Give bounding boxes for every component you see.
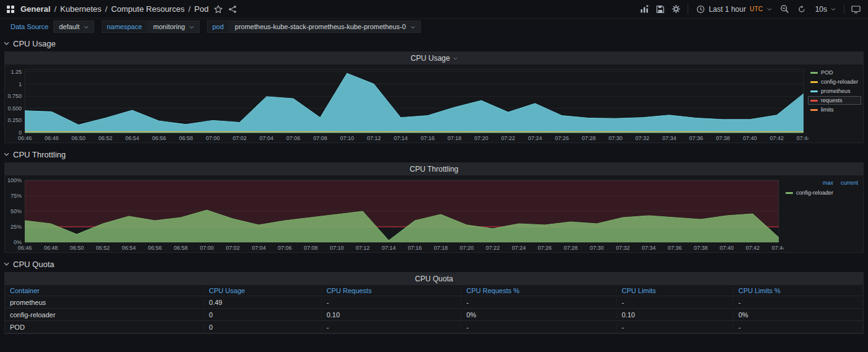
row-title: CPU Throttling <box>13 150 66 159</box>
svg-text:75%: 75% <box>11 193 22 199</box>
cell-container: config-reloader <box>5 311 204 319</box>
variable-namespace: namespace monitoring <box>102 20 200 33</box>
cell-cpu-limits: - <box>733 323 863 331</box>
chevron-down-icon <box>831 7 836 11</box>
refresh-button[interactable] <box>796 4 807 15</box>
star-icon[interactable] <box>214 5 223 14</box>
cell-cpu-limits: 0% <box>733 311 863 319</box>
template-variables-bar: Data Source default namespace monitoring… <box>0 19 868 35</box>
svg-text:07:10: 07:10 <box>340 135 354 141</box>
row-title: CPU Quota <box>13 260 54 269</box>
column-header-cpu-requests[interactable]: CPU Requests <box>322 287 462 294</box>
column-header-cpu-usage[interactable]: CPU Usage <box>204 287 322 294</box>
breadcrumb-item-pod[interactable]: Pod <box>194 4 208 14</box>
share-icon[interactable] <box>228 5 237 14</box>
refresh-icon <box>797 5 806 14</box>
time-range-picker[interactable]: Last 1 hour UTC <box>695 4 773 15</box>
svg-text:07:38: 07:38 <box>716 135 730 141</box>
svg-text:07:18: 07:18 <box>448 135 462 141</box>
panel-title-cpu-throttling[interactable]: CPU Throttling <box>5 163 863 175</box>
series-color-swatch <box>810 81 818 83</box>
zoom-out-icon[interactable] <box>780 4 789 14</box>
svg-text:0.250: 0.250 <box>7 117 22 123</box>
svg-text:07:22: 07:22 <box>501 135 515 141</box>
chevron-down-icon <box>767 7 772 11</box>
variable-value-dropdown-pod[interactable]: prometheus-kube-stack-prometheus-kube-pr… <box>229 20 421 33</box>
svg-text:07:42: 07:42 <box>746 245 760 251</box>
top-nav: General/Kubernetes/Compute Resources/Pod… <box>0 0 868 19</box>
svg-text:06:54: 06:54 <box>122 245 136 251</box>
cell-cpu-usage: 0 <box>204 311 322 319</box>
chevron-down-icon <box>4 152 9 157</box>
svg-text:07:28: 07:28 <box>564 245 578 251</box>
svg-text:07:34: 07:34 <box>662 135 676 141</box>
svg-text:07:28: 07:28 <box>582 135 596 141</box>
breadcrumb-separator: / <box>188 4 191 14</box>
panel-title-cpu-quota[interactable]: CPU Quota <box>5 273 863 285</box>
legend-stat-max[interactable]: max <box>823 180 833 186</box>
tv-mode-icon[interactable] <box>851 5 861 14</box>
cell-cpu-limits: - <box>617 299 733 306</box>
svg-text:06:52: 06:52 <box>99 135 113 141</box>
row-title: CPU Usage <box>13 39 56 48</box>
svg-text:07:34: 07:34 <box>642 245 656 251</box>
svg-text:07:36: 07:36 <box>668 245 682 251</box>
svg-text:07:32: 07:32 <box>616 245 630 251</box>
svg-text:07:40: 07:40 <box>720 245 734 251</box>
cpu-throttling-chart[interactable]: 0%25%50%75%100%06:4606:4806:5006:5206:54… <box>5 175 784 252</box>
table-row-prometheus: prometheus0.49---- <box>5 296 863 309</box>
panel-title-text: CPU Usage <box>410 54 450 63</box>
breadcrumb-item-general[interactable]: General <box>20 4 50 14</box>
variable-value-dropdown-data-source[interactable]: default <box>53 20 94 33</box>
refresh-interval-dropdown[interactable]: 10s <box>814 4 837 15</box>
svg-text:1: 1 <box>19 81 22 87</box>
svg-text:07:26: 07:26 <box>555 135 569 141</box>
legend-item-prometheus[interactable]: prometheus <box>808 87 861 95</box>
legend-item-limits[interactable]: limits <box>808 106 861 113</box>
legend-item-config-reloader[interactable]: config-reloader <box>784 189 861 196</box>
row-header-cpu-usage[interactable]: CPU Usage <box>4 38 866 49</box>
panel-cpu-quota: CPU Quota ContainerCPU UsageCPU Requests… <box>4 272 864 334</box>
legend-item-pod[interactable]: POD <box>808 69 861 76</box>
column-header-cpu-requests[interactable]: CPU Requests % <box>461 287 617 294</box>
breadcrumb-item-kubernetes[interactable]: Kubernetes <box>60 4 102 14</box>
svg-text:07:36: 07:36 <box>689 135 704 141</box>
legend-item-config-reloader[interactable]: config-reloader <box>808 78 861 86</box>
breadcrumb-item-compute-resources[interactable]: Compute Resources <box>111 4 185 14</box>
panel-title-text: CPU Throttling <box>410 165 458 174</box>
column-header-cpu-limits[interactable]: CPU Limits % <box>733 287 863 294</box>
row-header-cpu-throttling[interactable]: CPU Throttling <box>4 149 866 160</box>
svg-text:07:16: 07:16 <box>420 135 435 141</box>
legend-item-requests[interactable]: requests <box>808 97 861 104</box>
svg-text:07:14: 07:14 <box>382 245 396 251</box>
svg-text:07:04: 07:04 <box>260 135 274 141</box>
dashboard-settings-gear-icon[interactable] <box>671 4 681 14</box>
variable-value-dropdown-namespace[interactable]: monitoring <box>148 20 200 33</box>
legend-stat-current[interactable]: current <box>841 180 858 186</box>
svg-text:06:52: 06:52 <box>96 245 110 251</box>
cpu-quota-table: ContainerCPU UsageCPU RequestsCPU Reques… <box>5 285 863 333</box>
panel-title-text: CPU Quota <box>415 275 453 283</box>
series-color-swatch <box>810 109 818 111</box>
add-panel-icon[interactable] <box>640 4 649 14</box>
column-header-container[interactable]: Container <box>5 287 204 294</box>
clock-icon <box>696 5 705 14</box>
panel-cpu-throttling: CPU Throttling 0%25%50%75%100%06:4606:48… <box>4 162 864 253</box>
svg-text:07:24: 07:24 <box>512 245 526 251</box>
dashboards-grid-icon[interactable] <box>6 5 15 14</box>
svg-text:07:30: 07:30 <box>590 245 604 251</box>
svg-text:07:02: 07:02 <box>226 245 240 251</box>
cell-cpu-usage: 0.49 <box>204 299 322 306</box>
save-dashboard-icon[interactable] <box>656 5 665 14</box>
variable-data-source: Data Source default <box>6 20 94 33</box>
svg-text:06:46: 06:46 <box>18 135 32 141</box>
svg-text:07:30: 07:30 <box>609 135 623 141</box>
panel-title-cpu-usage[interactable]: CPU Usage <box>5 52 863 64</box>
legend-label: POD <box>821 69 833 76</box>
variable-pod: pod prometheus-kube-stack-prometheus-kub… <box>207 20 420 33</box>
cpu-usage-chart[interactable]: 00.2500.5000.75011.2506:4606:4806:5006:5… <box>5 64 808 143</box>
row-header-cpu-quota[interactable]: CPU Quota <box>4 258 866 270</box>
svg-text:07:08: 07:08 <box>304 245 318 251</box>
column-header-cpu-limits[interactable]: CPU Limits <box>617 287 733 294</box>
chevron-down-icon <box>410 23 415 30</box>
